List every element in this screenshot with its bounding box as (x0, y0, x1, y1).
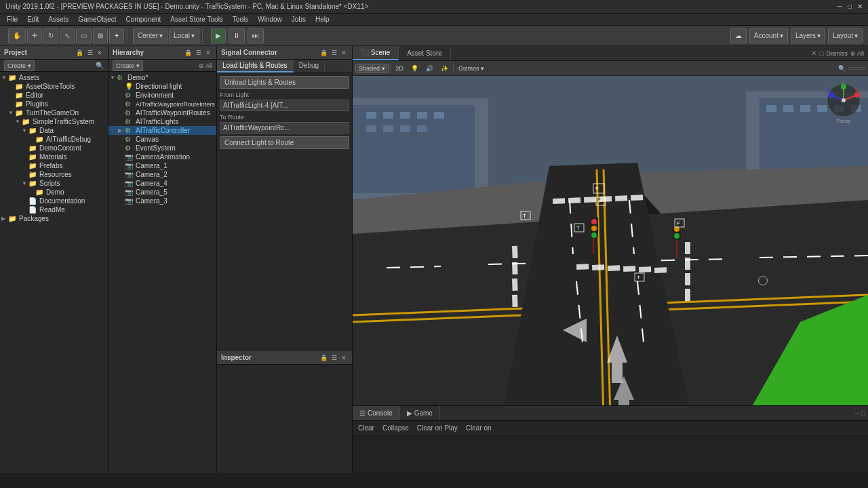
hierarchy-item-camera2[interactable]: 📷 Camera_2 (108, 170, 216, 179)
project-item-prefabs[interactable]: 📁 Prefabs (0, 161, 108, 170)
hierarchy-item-camera4[interactable]: 📷 Camera_4 (108, 179, 216, 188)
project-create-btn[interactable]: Create ▾ (4, 60, 35, 71)
center-btn[interactable]: Center ▾ (133, 28, 167, 43)
hierarchy-item-camera5[interactable]: 📷 Camera_5 (108, 188, 216, 197)
menu-window[interactable]: Window (254, 14, 286, 25)
console-clear-on-play-btn[interactable]: Clear on Play (414, 424, 460, 432)
hierarchy-item-canvas[interactable]: ⚙ Canvas (108, 135, 216, 144)
maximize-btn[interactable]: □ (848, 3, 852, 10)
scene-search-input[interactable] (848, 67, 865, 70)
bottom-tab-console[interactable]: ☰Console (353, 406, 400, 420)
menu-tools[interactable]: Tools (229, 14, 252, 25)
project-item-data[interactable]: ▼ 📁 Data (0, 126, 108, 135)
project-packages-root[interactable]: ▶ 📁 Packages (0, 214, 108, 223)
project-item-democontent[interactable]: 📁 DemoContent (0, 144, 108, 152)
rect-tool[interactable]: ▭ (76, 28, 92, 43)
project-item-editor[interactable]: 📁 Editor (0, 91, 108, 100)
hierarchy-item-demo[interactable]: ▼ ⚙ Demo* (108, 73, 216, 82)
project-item-resources[interactable]: 📁 Resources (0, 170, 108, 179)
project-item-demo[interactable]: 📁 Demo (0, 188, 108, 197)
console-clear-btn[interactable]: Clear (355, 424, 377, 432)
hierarchy-tree[interactable]: ▼ ⚙ Demo* 💡 Directional light ⚙ Environm… (108, 72, 216, 473)
menu-file[interactable]: File (3, 14, 22, 25)
project-item-materials[interactable]: 📁 Materials (0, 152, 108, 161)
project-item-assetstoretools[interactable]: 📁 AssetStoreTools (0, 82, 108, 91)
project-tree[interactable]: ▼ 📁 Assets 📁 AssetStoreTools 📁 Editor 📁 … (0, 72, 108, 473)
menu-gameobject[interactable]: GameObject (74, 14, 120, 25)
account-btn[interactable]: Account ▾ (749, 28, 788, 43)
shaded-dropdown[interactable]: Shaded ▾ (355, 64, 389, 73)
project-item-documentation[interactable]: 📄 Documentation (0, 197, 108, 205)
scene-close-btn[interactable]: ✕ (811, 49, 816, 57)
close-btn[interactable]: ✕ (857, 3, 863, 10)
hierarchy-item-aiwaypointroute[interactable]: ⚙ AITrafficWaypointRouteInters (108, 100, 216, 108)
project-item-readme[interactable]: 📄 ReadMe (0, 205, 108, 214)
inspector-lock-btn[interactable]: 🔒 (319, 354, 329, 361)
scene-collapse-btn[interactable]: □ (819, 49, 823, 57)
signal-menu-btn[interactable]: ☰ (330, 49, 338, 56)
hand-tool[interactable]: ✋ (8, 28, 26, 43)
signal-lock-btn[interactable]: 🔒 (319, 49, 329, 56)
layers-btn[interactable]: Layers ▾ (791, 28, 825, 43)
move-tool[interactable]: ✛ (27, 28, 42, 43)
menu-assets[interactable]: Assets (44, 14, 73, 25)
unload-lights-btn[interactable]: Unload Lights & Routes (220, 76, 349, 89)
project-item-aitrafficdebug[interactable]: 📁 AITrafficDebug (0, 135, 108, 144)
scene-dismiss-btn[interactable]: Dismiss (826, 50, 848, 57)
hierarchy-close-btn[interactable]: ✕ (204, 49, 212, 56)
project-item-scripts[interactable]: ▼ 📁 Scripts (0, 179, 108, 188)
project-menu-btn[interactable]: ☰ (86, 49, 94, 56)
menu-jobs[interactable]: Jobs (288, 14, 310, 25)
scale-tool[interactable]: ⤡ (60, 28, 75, 43)
scene-tab-assetstore[interactable]: Asset Store (399, 46, 451, 60)
gizmos-btn[interactable]: Gizmos ▾ (456, 64, 487, 73)
pause-btn[interactable]: ⏸ (229, 28, 245, 43)
inspector-menu-btn[interactable]: ☰ (330, 354, 338, 361)
console-collapse-btn[interactable]: Collapse (380, 424, 412, 432)
bottom-tab-game[interactable]: ▶Game (400, 406, 440, 420)
hierarchy-item-aicontroller[interactable]: ▶ ⚙ AITrafficController (108, 126, 216, 135)
hierarchy-lock-btn[interactable]: 🔒 (183, 49, 193, 56)
scene-tab-scene[interactable]: ⬛ Scene (353, 46, 399, 60)
hierarchy-menu-btn[interactable]: ☰ (195, 49, 203, 56)
hierarchy-item-camera3[interactable]: 📷 Camera_3 (108, 197, 216, 205)
hierarchy-item-eventsystem[interactable]: ⚙ EventSystem (108, 144, 216, 152)
signal-tab-debug[interactable]: Debug (294, 60, 325, 73)
hierarchy-item-cameraanimation[interactable]: 📷 CameraAnimation (108, 152, 216, 161)
play-btn[interactable]: ▶ (211, 28, 226, 43)
connect-light-route-btn[interactable]: Connect Light to Route (220, 136, 349, 149)
project-lock-btn[interactable]: 🔒 (75, 49, 85, 56)
bottom-minimize-btn[interactable]: ─ (855, 409, 860, 417)
scene-audio-btn[interactable]: 🔊 (423, 64, 436, 73)
collab-btn[interactable]: ☁ (730, 28, 747, 43)
hierarchy-item-dirlight[interactable]: 💡 Directional light (108, 82, 216, 91)
local-btn[interactable]: Local ▾ (169, 28, 199, 43)
menu-help[interactable]: Help (311, 14, 334, 25)
hierarchy-create-btn[interactable]: Create ▾ (113, 60, 143, 71)
scene-lights-btn[interactable]: 💡 (408, 64, 421, 73)
project-close-btn[interactable]: ✕ (96, 49, 104, 56)
project-item-turngameon[interactable]: ▼ 📁 TurnTheGameOn (0, 108, 108, 117)
menu-asset-store-tools[interactable]: Asset Store Tools (166, 14, 227, 25)
scene-view[interactable]: F T T F F T (353, 76, 868, 405)
hierarchy-item-ailitghts[interactable]: ⚙ AITrafficLights (108, 117, 216, 126)
menu-component[interactable]: Component (122, 14, 165, 25)
2d-btn[interactable]: 2D (393, 64, 407, 73)
bottom-expand-btn[interactable]: □ (861, 409, 865, 417)
scene-fx-btn[interactable]: ✨ (438, 64, 451, 73)
project-item-simpletraffic[interactable]: ▼ 📁 SimpleTrafficSystem (0, 117, 108, 126)
minimize-btn[interactable]: ─ (837, 3, 842, 10)
signal-close-btn[interactable]: ✕ (340, 49, 348, 56)
layout-btn[interactable]: Layout ▾ (828, 28, 863, 43)
rotate-tool[interactable]: ↻ (43, 28, 58, 43)
signal-tab-load[interactable]: Load Lights & Routes (217, 60, 294, 73)
step-btn[interactable]: ⏭ (248, 28, 264, 43)
scene-all-btn[interactable]: ⊕ All (850, 50, 864, 57)
project-item-plugins[interactable]: 📁 Plugins (0, 100, 108, 108)
menu-edit[interactable]: Edit (23, 14, 43, 25)
hierarchy-item-camera1[interactable]: 📷 Camera_1 (108, 161, 216, 170)
project-assets-root[interactable]: ▼ 📁 Assets (0, 73, 108, 82)
transform-tool[interactable]: ⊞ (93, 28, 108, 43)
custom-tool[interactable]: ✦ (109, 28, 124, 43)
hierarchy-item-environment[interactable]: ⚙ Environment (108, 91, 216, 100)
